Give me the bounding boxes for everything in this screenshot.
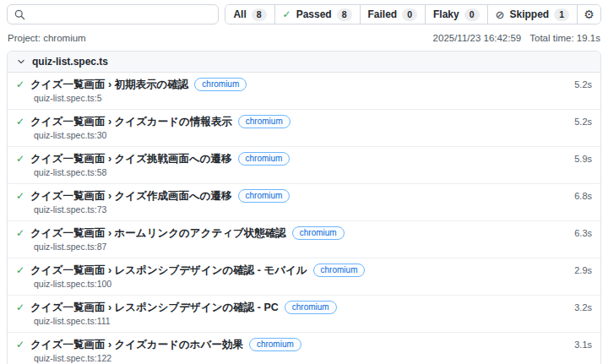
project-badge: chromium <box>285 301 337 314</box>
test-duration: 3.2s <box>574 302 592 314</box>
test-row[interactable]: ✓ クイズ一覧画面 › クイズカードの情報表示 chromium 5.2s qu… <box>8 110 600 147</box>
test-location: quiz-list.spec.ts:87 <box>34 242 592 253</box>
project-label: Project: chromium <box>8 33 86 43</box>
test-location: quiz-list.spec.ts:111 <box>34 316 592 327</box>
test-location: quiz-list.spec.ts:5 <box>34 93 592 104</box>
file-group-header[interactable]: quiz-list.spec.ts <box>8 52 600 73</box>
project-badge: chromium <box>194 78 247 91</box>
passed-check-icon: ✓ <box>16 264 24 277</box>
gear-icon: ⚙ <box>584 8 594 20</box>
passed-check-icon: ✓ <box>16 153 24 166</box>
test-list: ✓ クイズ一覧画面 › 初期表示の確認 chromium 5.2s quiz-l… <box>8 73 600 364</box>
filter-count-badge: 8 <box>337 8 352 21</box>
project-badge: chromium <box>292 226 345 240</box>
test-row[interactable]: ✓ クイズ一覧画面 › クイズ作成画面への遷移 chromium 6.8s qu… <box>8 184 600 221</box>
filter-button[interactable]: ✓ Passed 8 <box>274 5 360 24</box>
test-title: クイズ一覧画面 › クイズカードの情報表示 <box>30 116 232 128</box>
check-icon: ✓ <box>283 9 291 19</box>
test-duration: 2.9s <box>574 264 592 277</box>
file-name: quiz-list.spec.ts <box>32 56 108 68</box>
test-row[interactable]: ✓ クイズ一覧画面 › レスポンシブデザインの確認 - モバイル chromiu… <box>8 258 600 296</box>
test-title: クイズ一覧画面 › クイズ挑戦画面への遷移 <box>30 153 231 166</box>
filter-button[interactable]: All 8 <box>225 5 274 24</box>
filter-label: Passed <box>296 8 332 20</box>
filter-count-badge: 8 <box>252 8 267 21</box>
test-row[interactable]: ✓ クイズ一覧画面 › クイズ挑戦画面への遷移 chromium 5.9s qu… <box>8 147 600 184</box>
meta-row: Project: chromium 2025/11/23 16:42:59 To… <box>8 33 600 43</box>
test-title: クイズ一覧画面 › 初期表示の確認 <box>30 79 188 91</box>
search-icon <box>14 9 25 20</box>
test-row[interactable]: ✓ クイズ一覧画面 › レスポンシブデザインの確認 - PC chromium … <box>8 296 600 333</box>
filter-button[interactable]: ⊘ Skipped 1 <box>487 5 577 24</box>
passed-check-icon: ✓ <box>16 339 24 351</box>
passed-check-icon: ✓ <box>16 116 24 128</box>
circle-slash-icon: ⊘ <box>496 9 505 20</box>
test-title: クイズ一覧画面 › クイズ作成画面への遷移 <box>30 190 231 203</box>
test-duration: 6.3s <box>574 227 592 240</box>
filter-label: Failed <box>368 8 398 20</box>
test-duration: 5.2s <box>574 116 592 128</box>
filter-button[interactable]: Flaky 0 <box>425 5 487 24</box>
project-badge: chromium <box>249 338 301 351</box>
total-time: Total time: 19.1s <box>529 33 600 43</box>
settings-button[interactable]: ⚙ <box>577 5 600 24</box>
test-location: quiz-list.spec.ts:73 <box>34 204 592 215</box>
chevron-down-icon <box>17 57 25 66</box>
filter-count-badge: 0 <box>464 8 480 21</box>
test-row[interactable]: ✓ クイズ一覧画面 › 初期表示の確認 chromium 5.2s quiz-l… <box>8 73 600 110</box>
filter-label: All <box>233 8 246 20</box>
project-badge: chromium <box>238 189 290 203</box>
passed-check-icon: ✓ <box>16 227 24 240</box>
test-duration: 6.8s <box>574 190 592 203</box>
filter-label: Skipped <box>509 8 549 20</box>
project-badge: chromium <box>238 152 290 166</box>
project-badge: chromium <box>238 115 290 128</box>
test-file-card: quiz-list.spec.ts ✓ クイズ一覧画面 › 初期表示の確認 ch… <box>7 51 601 364</box>
test-location: quiz-list.spec.ts:122 <box>34 353 592 364</box>
test-location: quiz-list.spec.ts:30 <box>34 130 592 141</box>
playwright-report: All 8 ✓ Passed 8 Failed 0 Flaky 0 ⊘ Skip… <box>0 0 608 364</box>
test-location: quiz-list.spec.ts:58 <box>34 167 592 178</box>
passed-check-icon: ✓ <box>16 302 24 314</box>
search-box[interactable] <box>7 4 219 24</box>
test-duration: 5.9s <box>574 153 592 166</box>
passed-check-icon: ✓ <box>16 190 24 203</box>
filter-button[interactable]: Failed 0 <box>360 5 426 24</box>
filter-chips: All 8 ✓ Passed 8 Failed 0 Flaky 0 ⊘ Skip… <box>225 4 601 24</box>
search-input[interactable] <box>31 8 211 20</box>
toolbar: All 8 ✓ Passed 8 Failed 0 Flaky 0 ⊘ Skip… <box>7 4 601 24</box>
filter-count-badge: 0 <box>402 8 417 21</box>
test-title: クイズ一覧画面 › レスポンシブデザインの確認 - モバイル <box>30 264 307 277</box>
filter-label: Flaky <box>433 8 459 20</box>
test-duration: 5.2s <box>574 79 592 91</box>
test-duration: 3.1s <box>574 339 592 351</box>
test-row[interactable]: ✓ クイズ一覧画面 › クイズカードのホバー効果 chromium 3.1s q… <box>8 333 600 364</box>
test-row[interactable]: ✓ クイズ一覧画面 › ホームリンクのアクティブ状態確認 chromium 6.… <box>8 221 600 258</box>
project-badge: chromium <box>313 263 366 277</box>
test-title: クイズ一覧画面 › ホームリンクのアクティブ状態確認 <box>30 227 286 240</box>
run-timestamp: 2025/11/23 16:42:59 <box>433 33 522 43</box>
test-location: quiz-list.spec.ts:100 <box>34 279 592 290</box>
filter-count-badge: 1 <box>554 8 569 21</box>
test-title: クイズ一覧画面 › レスポンシブデザインの確認 - PC <box>30 302 279 314</box>
passed-check-icon: ✓ <box>16 79 24 91</box>
test-title: クイズ一覧画面 › クイズカードのホバー効果 <box>30 339 243 351</box>
